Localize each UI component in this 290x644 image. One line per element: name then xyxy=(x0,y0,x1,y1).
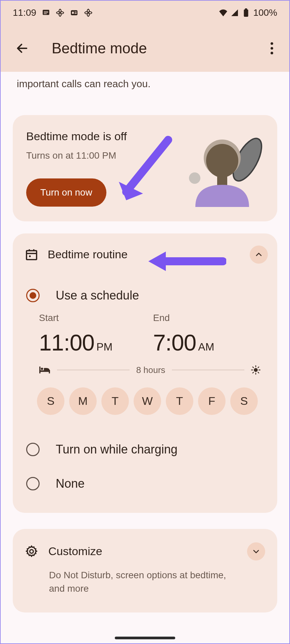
svg-point-17 xyxy=(189,172,200,184)
option-use-schedule[interactable]: Use a schedule xyxy=(22,278,268,313)
battery-icon xyxy=(242,8,250,17)
svg-rect-9 xyxy=(245,8,247,10)
svg-rect-5 xyxy=(72,12,74,14)
svg-rect-2 xyxy=(44,12,48,13)
day-toggle-wed[interactable]: W xyxy=(134,387,161,415)
expand-button[interactable] xyxy=(247,542,265,560)
day-toggle-tue[interactable]: T xyxy=(101,387,129,415)
end-time-value: 7:00 xyxy=(153,329,196,356)
end-time-suffix: AM xyxy=(198,341,214,353)
status-time: 11:09 xyxy=(13,7,36,18)
svg-rect-24 xyxy=(39,370,50,372)
svg-rect-3 xyxy=(44,13,47,14)
signal-icon xyxy=(230,8,239,17)
day-selector: S M T W T F S xyxy=(22,385,268,418)
option-label: Use a schedule xyxy=(56,288,139,303)
svg-point-27 xyxy=(254,368,257,371)
start-label: Start xyxy=(39,313,146,323)
start-time-suffix: PM xyxy=(96,341,112,353)
bed-icon xyxy=(39,366,50,374)
svg-point-12 xyxy=(271,52,273,54)
svg-line-32 xyxy=(253,367,253,368)
start-time-picker[interactable]: Start 11:00 PM xyxy=(39,313,146,356)
svg-rect-8 xyxy=(244,9,248,17)
turn-on-now-button[interactable]: Turn on now xyxy=(26,178,106,207)
svg-rect-23 xyxy=(39,367,40,373)
svg-rect-4 xyxy=(71,10,78,15)
status-battery: 100% xyxy=(253,7,277,18)
svg-point-10 xyxy=(271,42,273,45)
intro-text: important calls can reach you. xyxy=(13,72,277,95)
radio-none-icon xyxy=(26,477,40,490)
app-bar: Bedtime mode xyxy=(1,25,289,72)
svg-point-26 xyxy=(41,368,43,370)
end-time-picker[interactable]: End 7:00 AM xyxy=(153,313,260,356)
option-charging[interactable]: Turn on while charging xyxy=(22,432,268,467)
bedtime-illustration xyxy=(182,135,262,208)
svg-rect-6 xyxy=(75,12,77,12)
status-bar: 11:09 100% xyxy=(1,1,289,25)
svg-point-22 xyxy=(29,255,31,257)
svg-line-34 xyxy=(253,372,253,373)
bedtime-status-card: Bedtime mode is off Turns on at 11:00 PM… xyxy=(13,115,277,221)
radio-schedule-icon xyxy=(26,289,40,302)
calendar-icon xyxy=(25,248,38,261)
customize-card[interactable]: Customize Do Not Disturb, screen options… xyxy=(13,529,277,612)
svg-point-11 xyxy=(271,47,273,50)
option-label: Turn on while charging xyxy=(56,442,178,457)
day-toggle-thu[interactable]: T xyxy=(166,387,193,415)
day-toggle-mon[interactable]: M xyxy=(69,387,97,415)
svg-rect-1 xyxy=(44,11,48,12)
collapse-button[interactable] xyxy=(250,246,268,264)
svg-line-33 xyxy=(258,372,259,373)
sun-icon xyxy=(251,365,260,375)
radio-charging-icon xyxy=(26,443,40,456)
svg-rect-7 xyxy=(75,13,77,14)
nav-handle[interactable] xyxy=(115,637,175,639)
svg-rect-25 xyxy=(49,370,50,373)
option-none[interactable]: None xyxy=(22,467,268,501)
overflow-menu-button[interactable] xyxy=(262,39,281,58)
customize-subtitle: Do Not Disturb, screen options at bedtim… xyxy=(49,569,242,596)
customize-title: Customize xyxy=(48,545,102,558)
duration-row: 8 hours xyxy=(22,356,268,385)
messages-icon xyxy=(42,8,50,17)
day-toggle-sun[interactable]: S xyxy=(37,387,64,415)
routine-title: Bedtime routine xyxy=(48,248,128,261)
bedtime-routine-card: Bedtime routine Use a schedule Start 11:… xyxy=(13,233,277,513)
day-toggle-sat[interactable]: S xyxy=(230,387,258,415)
start-time-value: 11:00 xyxy=(39,329,94,356)
svg-line-35 xyxy=(258,367,259,368)
wifi-icon xyxy=(219,8,228,17)
svg-point-36 xyxy=(30,549,34,553)
day-toggle-fri[interactable]: F xyxy=(198,387,226,415)
svg-rect-18 xyxy=(27,251,37,260)
page-title: Bedtime mode xyxy=(52,40,147,57)
duration-text: 8 hours xyxy=(136,365,165,375)
pinwheel-icon xyxy=(84,8,93,17)
gear-icon xyxy=(25,545,38,558)
end-label: End xyxy=(153,313,260,323)
back-button[interactable] xyxy=(13,39,32,58)
news-icon xyxy=(70,8,79,17)
pinwheel-icon xyxy=(56,8,64,17)
option-label: None xyxy=(56,477,85,491)
